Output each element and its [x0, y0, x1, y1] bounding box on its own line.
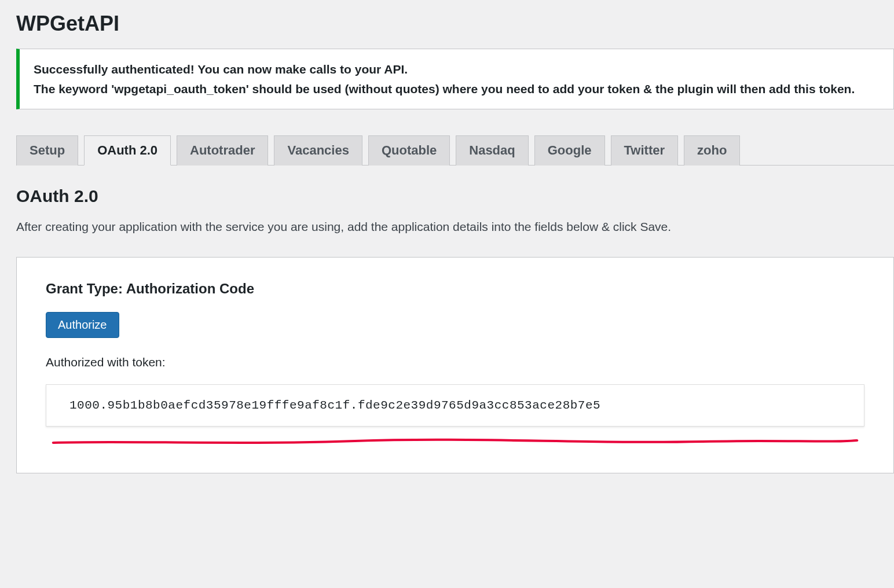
annotation-underline: [46, 432, 864, 450]
tab-setup[interactable]: Setup: [16, 135, 78, 166]
tab-autotrader[interactable]: Autotrader: [177, 135, 268, 166]
tab-vacancies[interactable]: Vacancies: [274, 135, 362, 166]
tab-google[interactable]: Google: [534, 135, 605, 166]
tab-quotable[interactable]: Quotable: [368, 135, 450, 166]
grant-type-label: Grant Type: Authorization Code: [46, 281, 864, 297]
authorize-button[interactable]: Authorize: [46, 312, 119, 338]
notice-line1: Successfully authenticated! You can now …: [34, 63, 408, 76]
token-display: 1000.95b1b8b0aefcd35978e19fffe9af8c1f.fd…: [46, 384, 864, 427]
notice-line2: The keyword 'wpgetapi_oauth_token' shoul…: [34, 82, 855, 95]
tab-zoho[interactable]: zoho: [684, 135, 740, 166]
authorized-with-label: Authorized with token:: [46, 355, 864, 369]
section-description: After creating your application with the…: [16, 220, 894, 234]
tab-oauth[interactable]: OAuth 2.0: [84, 135, 171, 166]
tab-twitter[interactable]: Twitter: [611, 135, 678, 166]
tabs-nav: Setup OAuth 2.0 Autotrader Vacancies Quo…: [16, 135, 894, 166]
oauth-panel: Grant Type: Authorization Code Authorize…: [16, 257, 894, 473]
section-title: OAuth 2.0: [16, 186, 894, 206]
tab-nasdaq[interactable]: Nasdaq: [456, 135, 528, 166]
success-notice: Successfully authenticated! You can now …: [16, 49, 894, 109]
page-title: WPGetAPI: [16, 12, 894, 36]
